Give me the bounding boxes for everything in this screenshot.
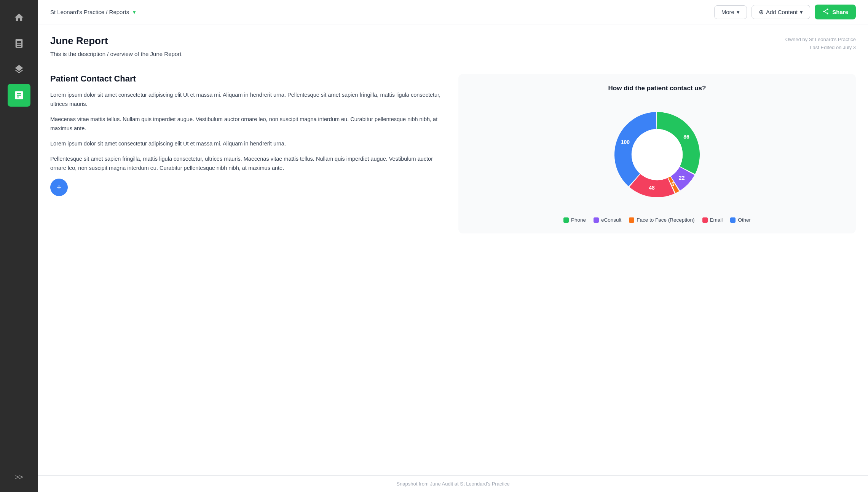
paragraph-4: Pellentesque sit amet sapien fringilla, …: [50, 155, 448, 173]
legend-face: Face to Face (Reception): [629, 217, 694, 223]
more-label: More: [721, 9, 734, 15]
sidebar-item-home[interactable]: [8, 6, 30, 29]
more-chevron-icon: ▾: [737, 9, 740, 16]
more-button[interactable]: More ▾: [714, 5, 747, 19]
add-content-button[interactable]: ⊕ Add Content ▾: [752, 5, 810, 19]
add-content-label: Add Content: [766, 9, 798, 15]
page-description: This is the description / overview of th…: [50, 51, 181, 57]
legend-phone-dot: [563, 217, 569, 223]
topbar-actions: More ▾ ⊕ Add Content ▾ Share: [714, 5, 856, 19]
sidebar-expand-button[interactable]: >>: [10, 469, 27, 486]
page-body: June Report This is the description / ov…: [38, 24, 868, 475]
add-content-chevron-icon: ▾: [800, 9, 803, 16]
svg-text:48: 48: [649, 185, 655, 191]
legend-email-label: Email: [710, 217, 723, 223]
legend-phone: Phone: [563, 217, 586, 223]
sidebar: >>: [0, 0, 38, 492]
paragraph-2: Maecenas vitae mattis tellus. Nullam qui…: [50, 115, 448, 133]
legend-econsult-label: eConsult: [601, 217, 621, 223]
breadcrumb[interactable]: St Leonard's Practice / Reports ▾: [50, 9, 136, 16]
legend-phone-label: Phone: [571, 217, 586, 223]
sidebar-item-layers[interactable]: [8, 58, 30, 81]
snapshot-bar: Snapshot from June Audit at St Leondard'…: [38, 475, 868, 492]
legend-face-dot: [629, 217, 634, 223]
sidebar-item-book[interactable]: [8, 32, 30, 55]
last-edited: Last Edited on July 3: [785, 44, 856, 52]
owned-by: Owned by St Leonard's Practice: [785, 36, 856, 44]
paragraph-1: Lorem ipsum dolor sit amet consectetur a…: [50, 91, 448, 109]
share-button[interactable]: Share: [815, 5, 856, 19]
add-content-plus-icon: ⊕: [759, 8, 764, 16]
left-column: Patient Contact Chart Lorem ipsum dolor …: [50, 74, 448, 233]
legend-other-dot: [730, 217, 736, 223]
svg-text:86: 86: [683, 134, 689, 140]
sidebar-item-reports[interactable]: [8, 84, 30, 107]
svg-point-5: [632, 129, 683, 180]
ownership-info: Owned by St Leonard's Practice Last Edit…: [785, 36, 856, 52]
legend-face-label: Face to Face (Reception): [637, 217, 694, 223]
donut-chart: 8622548100: [604, 101, 710, 208]
legend-econsult-dot: [594, 217, 599, 223]
svg-text:100: 100: [621, 139, 630, 145]
breadcrumb-text: St Leonard's Practice / Reports: [50, 9, 129, 15]
breadcrumb-chevron-icon[interactable]: ▾: [133, 9, 136, 16]
main-content: St Leonard's Practice / Reports ▾ More ▾…: [38, 0, 868, 492]
legend-email: Email: [702, 217, 723, 223]
share-icon: [822, 8, 829, 16]
svg-text:22: 22: [679, 175, 685, 181]
section-title: Patient Contact Chart: [50, 74, 448, 84]
two-column-layout: Patient Contact Chart Lorem ipsum dolor …: [50, 74, 856, 233]
chart-legend: Phone eConsult Face to Face (Reception) …: [563, 217, 751, 223]
legend-other-label: Other: [738, 217, 751, 223]
chart-title: How did the patient contact us?: [608, 85, 706, 92]
chart-card: How did the patient contact us? 86225481…: [458, 74, 856, 233]
svg-text:5: 5: [672, 181, 675, 187]
page-title: June Report: [50, 35, 181, 47]
topbar: St Leonard's Practice / Reports ▾ More ▾…: [38, 0, 868, 24]
legend-econsult: eConsult: [594, 217, 621, 223]
add-content-fab[interactable]: +: [50, 179, 68, 196]
paragraph-3: Lorem ipsum dolor sit amet consectetur a…: [50, 139, 448, 149]
snapshot-text: Snapshot from June Audit at St Leondard'…: [396, 481, 509, 487]
share-label: Share: [832, 9, 848, 15]
legend-other: Other: [730, 217, 751, 223]
legend-email-dot: [702, 217, 708, 223]
